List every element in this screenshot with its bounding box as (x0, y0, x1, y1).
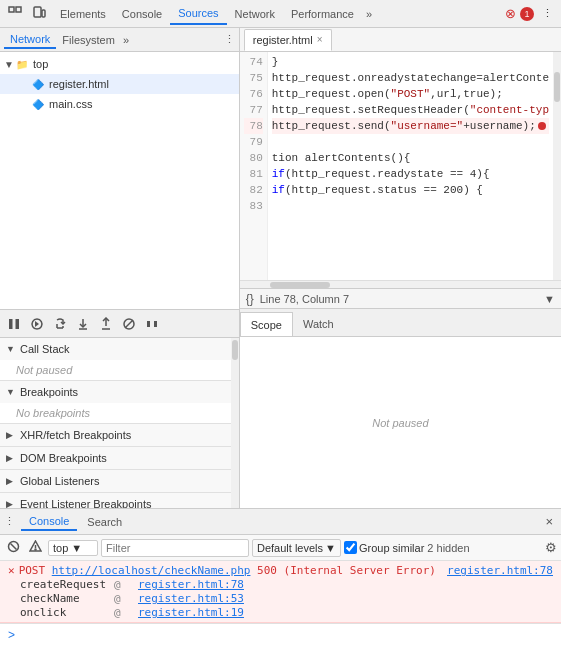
global-listeners-section: ▶ Global Listeners (0, 470, 231, 493)
code-line-75: http_request.onreadystatechange=alertCon… (272, 70, 549, 86)
debug-panels-container: ▼ Call Stack Not paused ▼ Breakpoints (0, 338, 239, 508)
editor-tabs: register.html × (240, 28, 561, 52)
console-input[interactable] (21, 629, 553, 642)
code-content: 74 75 76 77 78 79 80 81 82 83 } http_req… (240, 52, 561, 280)
hidden-count: 2 hidden (427, 542, 469, 554)
line-num-77: 77 (244, 102, 263, 118)
html-file-icon: 🔷 (32, 79, 46, 90)
stack-at-0: @ (114, 578, 134, 591)
dom-breakpoints-header[interactable]: ▶ DOM Breakpoints (0, 447, 231, 469)
svg-rect-2 (34, 7, 41, 17)
console-search-tab[interactable]: Search (79, 514, 130, 530)
stack-link-0[interactable]: register.html:78 (138, 578, 244, 591)
resume-btn[interactable] (27, 315, 47, 333)
console-level-label: Default levels (257, 542, 323, 554)
svg-rect-4 (9, 319, 13, 329)
event-listeners-toggle: ▶ (6, 499, 16, 508)
async-btn[interactable] (142, 315, 162, 333)
vertical-scrollbar[interactable] (553, 52, 561, 280)
call-stack-header[interactable]: ▼ Call Stack (0, 338, 231, 360)
error-status: 500 (Internal Server Error) (257, 564, 436, 577)
main-container: Network Filesystem » ⋮ ▼ 📁 top 🔷 registe… (0, 28, 561, 508)
console-filter-input[interactable] (101, 539, 249, 557)
group-similar-input[interactable] (344, 541, 357, 554)
tab-filesystem[interactable]: Filesystem (56, 32, 121, 48)
global-listeners-header[interactable]: ▶ Global Listeners (0, 470, 231, 492)
breakpoints-header[interactable]: ▼ Breakpoints (0, 381, 231, 403)
xhr-fetch-section: ▶ XHR/fetch Breakpoints (0, 424, 231, 447)
dom-breakpoints-label: DOM Breakpoints (20, 452, 107, 464)
global-listeners-toggle: ▶ (6, 476, 16, 486)
svg-rect-15 (147, 321, 150, 327)
error-badge: 1 (520, 7, 534, 21)
tree-item-maincss[interactable]: 🔷 main.css (0, 94, 239, 114)
tree-item-top[interactable]: ▼ 📁 top (0, 54, 239, 74)
kebab-icon: ⋮ (542, 7, 553, 19)
stack-link-2[interactable]: register.html:19 (138, 606, 244, 619)
stack-row-2: onclick @ register.html:19 (8, 606, 553, 619)
console-context-label: top (53, 542, 68, 554)
device-toolbar-btn[interactable] (28, 4, 50, 24)
line-num-80: 80 (244, 150, 263, 166)
error-source-link[interactable]: register.html:78 (447, 564, 553, 577)
console-close-btn[interactable]: × (541, 514, 557, 529)
error-url-link[interactable]: http://localhost/checkName.php (52, 564, 251, 577)
tab-elements[interactable]: Elements (52, 4, 114, 24)
call-stack-content: Not paused (0, 360, 231, 380)
panel-tab-menu-icon[interactable]: ⋮ (224, 33, 235, 46)
deactivate-btn[interactable] (119, 315, 139, 333)
toolbar-icons: ⊗ 1 ⋮ (505, 5, 557, 22)
more-tabs-btn[interactable]: » (362, 6, 376, 22)
tab-sources[interactable]: Sources (170, 3, 226, 25)
hscroll-thumb (270, 282, 330, 288)
console-input-row: > (0, 623, 561, 646)
code-line-82: if(http_request.status == 200) { (272, 182, 549, 198)
select-element-btn[interactable] (4, 4, 26, 24)
group-similar-checkbox[interactable]: Group similar (344, 541, 424, 554)
call-stack-label: Call Stack (20, 343, 70, 355)
tab-performance[interactable]: Performance (283, 4, 362, 24)
http-method: POST (19, 564, 46, 577)
settings-btn[interactable]: ⋮ (538, 5, 557, 22)
svg-rect-1 (16, 7, 21, 12)
event-listeners-header[interactable]: ▶ Event Listener Breakpoints (0, 493, 231, 508)
console-context-select[interactable]: top ▼ (48, 540, 98, 556)
tree-item-register[interactable]: 🔷 register.html (0, 74, 239, 94)
breakpoints-label: Breakpoints (20, 386, 78, 398)
breakpoints-empty-text: No breakpoints (16, 407, 90, 419)
editor-tab-close-btn[interactable]: × (317, 34, 323, 45)
step-into-btn[interactable] (73, 315, 93, 333)
editor-tab-register[interactable]: register.html × (244, 29, 332, 51)
line-num-83: 83 (244, 198, 263, 214)
stop-errors-btn[interactable] (26, 539, 45, 556)
debugger-scroll (231, 338, 239, 508)
tab-network-files[interactable]: Network (4, 31, 56, 49)
console-level-select[interactable]: Default levels ▼ (252, 539, 341, 557)
console-settings-icon[interactable]: ⚙ (545, 540, 557, 555)
error-circle-icon: ⊗ (505, 6, 516, 21)
file-tree: ▼ 📁 top 🔷 register.html 🔷 main.css (0, 52, 239, 309)
drag-handle-icon: ⋮ (4, 515, 15, 528)
svg-line-14 (125, 320, 133, 328)
stack-link-1[interactable]: register.html:53 (138, 592, 244, 605)
console-error-icon: ✕ (8, 564, 15, 577)
code-lines[interactable]: } http_request.onreadystatechange=alertC… (268, 52, 553, 280)
left-panel: Network Filesystem » ⋮ ▼ 📁 top 🔷 registe… (0, 28, 240, 508)
xhr-fetch-header[interactable]: ▶ XHR/fetch Breakpoints (0, 424, 231, 446)
step-out-btn[interactable] (96, 315, 116, 333)
scope-watch-tabs: Scope Watch (240, 309, 561, 337)
event-listeners-section: ▶ Event Listener Breakpoints (0, 493, 231, 508)
tab-network[interactable]: Network (227, 4, 283, 24)
console-main-tab[interactable]: Console (21, 513, 77, 531)
expand-icon: ▼ (544, 293, 555, 305)
clear-console-btn[interactable] (4, 539, 23, 556)
panel-tab-more-icon[interactable]: » (123, 34, 129, 46)
step-over-btn[interactable] (50, 315, 70, 333)
horizontal-scrollbar[interactable] (240, 280, 561, 288)
watch-tab[interactable]: Watch (293, 312, 344, 336)
pause-btn[interactable] (4, 315, 24, 333)
code-line-78: http_request.send("username="+username); (272, 118, 549, 134)
scope-tab[interactable]: Scope (240, 312, 293, 336)
tab-console[interactable]: Console (114, 4, 170, 24)
scope-content: Not paused (240, 337, 561, 508)
